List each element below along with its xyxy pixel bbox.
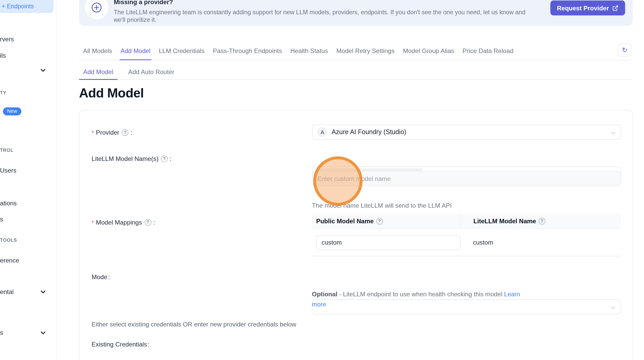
sidebar-item-erence[interactable]: erence	[0, 257, 19, 264]
banner-title: Missing a provider?	[114, 0, 173, 5]
sidebar-item-users[interactable]: Users	[0, 167, 16, 174]
mode-helper: Optional - LiteLLM endpoint to use when …	[312, 289, 526, 309]
custom-model-name-input[interactable]	[312, 171, 621, 186]
subtab-add-model[interactable]: Add Model	[79, 65, 118, 79]
add-model-subtabs: Add Model Add Auto Router	[79, 65, 633, 80]
sidebar-item-ental[interactable]: ental	[0, 288, 14, 295]
credentials-note: Either select existing credentials OR en…	[92, 321, 296, 328]
model-mappings-label: * Model Mappings ? :	[92, 219, 155, 226]
model-tabs: All Models Add Model LLM Credentials Pas…	[79, 43, 633, 60]
external-link-icon	[612, 5, 619, 11]
provider-value: Azure AI Foundry (Studio)	[331, 128, 406, 136]
question-icon[interactable]: ?	[145, 219, 151, 226]
public-model-name-input[interactable]	[316, 235, 461, 250]
mappings-row: custom	[312, 229, 621, 256]
chevron-down-icon	[610, 305, 615, 310]
sidebar-item-s2[interactable]: s	[0, 329, 3, 336]
request-provider-button[interactable]: Request Provider	[550, 1, 625, 16]
refresh-button[interactable]: ↻	[618, 43, 632, 56]
tab-all-models[interactable]: All Models	[79, 43, 116, 60]
column-public-model-name: Public Model Name	[316, 217, 374, 224]
subtab-add-auto-router[interactable]: Add Auto Router	[124, 65, 178, 79]
question-icon[interactable]: ?	[161, 155, 168, 162]
sidebar-item-servers[interactable]: rvers	[0, 36, 14, 43]
refresh-icon: ↻	[622, 47, 628, 53]
chevron-down-icon[interactable]	[40, 329, 47, 336]
tab-add-model[interactable]: Add Model	[116, 43, 155, 60]
litellm-admin-page: + Endpoints rvers ils TY New TROL Users …	[0, 0, 644, 360]
chevron-down-icon	[610, 130, 615, 135]
required-marker: *	[92, 129, 94, 136]
model-names-label: LiteLLM Model Name(s) ? :	[92, 155, 172, 162]
mappings-header-row: Public Model Name ? LiteLLM Model Name ?	[312, 214, 621, 229]
banner-description: The LiteLLM engineering team is constant…	[114, 8, 525, 23]
page-title: Add Model	[79, 86, 144, 101]
sidebar-item-models-endpoints[interactable]: + Endpoints	[0, 0, 54, 13]
new-badge: New	[3, 107, 21, 115]
sidebar: + Endpoints rvers ils TY New TROL Users …	[0, 0, 56, 360]
tab-model-retry-settings[interactable]: Model Retry Settings	[332, 43, 399, 60]
sidebar-item-ils[interactable]: ils	[0, 52, 6, 59]
mode-label: Mode :	[92, 273, 110, 280]
question-icon[interactable]: ?	[539, 218, 545, 224]
tab-price-data-reload[interactable]: Price Data Reload	[458, 43, 518, 60]
plus-circle-icon	[85, 0, 108, 19]
sidebar-section-trol: TROL	[0, 148, 14, 153]
model-name-helper: The model name LiteLLM will send to the …	[312, 201, 452, 211]
sidebar-item-label: + Endpoints	[2, 3, 34, 10]
litellm-model-name-value: custom	[473, 239, 493, 246]
provider-label: * Provider ? :	[92, 129, 132, 136]
sidebar-item-ations[interactable]: ations	[0, 199, 17, 206]
tab-model-group-alias[interactable]: Model Group Alias	[399, 43, 458, 60]
model-mappings-table: Public Model Name ? LiteLLM Model Name ?…	[312, 214, 621, 256]
missing-provider-banner: Missing a provider? The LiteLLM engineer…	[79, 0, 633, 26]
provider-select[interactable]: A Azure AI Foundry (Studio)	[312, 125, 621, 140]
sidebar-section-tools: TOOLS	[0, 238, 17, 243]
existing-credentials-label: Existing Credentials :	[92, 341, 149, 348]
tab-health-status[interactable]: Health Status	[286, 43, 332, 60]
sidebar-section-ty: TY	[0, 90, 6, 95]
sidebar-item-s1[interactable]: s	[0, 216, 3, 223]
required-marker: *	[92, 219, 94, 226]
tab-pass-through-endpoints[interactable]: Pass-Through Endpoints	[209, 43, 286, 60]
chevron-down-icon[interactable]	[40, 67, 47, 74]
question-icon[interactable]: ?	[376, 218, 383, 224]
provider-avatar: A	[317, 127, 328, 137]
chevron-down-icon[interactable]	[40, 289, 47, 295]
add-model-form-card: * Provider ? : A Azure AI Foundry (Studi…	[79, 110, 633, 360]
column-litellm-model-name: LiteLLM Model Name	[473, 217, 536, 224]
tab-llm-credentials[interactable]: LLM Credentials	[155, 43, 209, 60]
question-icon[interactable]: ?	[122, 129, 129, 136]
